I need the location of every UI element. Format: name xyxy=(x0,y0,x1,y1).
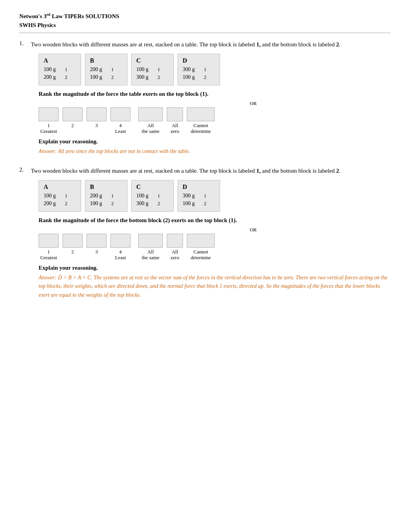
header-title-line1: Netwon's 3rd Law TIPERs SOLUTIONS SWHS P… xyxy=(19,12,391,29)
q1-rank-box-all-same[interactable] xyxy=(138,107,163,121)
q2-block-D: D 300 g1 100 g2 xyxy=(178,180,220,212)
q2-rank-box-cannot[interactable] xyxy=(187,234,215,248)
q2-explain-label: Explain your reasoning. xyxy=(39,265,391,271)
q1-explain-label: Explain your reasoning. xyxy=(39,138,391,145)
q1-rank-box-cannot[interactable] xyxy=(187,107,215,121)
question-2-text: Two wooden blocks with different masses … xyxy=(31,167,391,175)
q2-label-cannot: Cannotdetermine xyxy=(187,249,215,261)
q1-rank-question: Rank the magnitude of the force the tabl… xyxy=(39,91,391,97)
q2-rank-box-1[interactable] xyxy=(39,234,59,248)
q2-label-3: 3 xyxy=(86,249,107,255)
page-header: Netwon's 3rd Law TIPERs SOLUTIONS SWHS P… xyxy=(19,12,391,33)
q2-rank-labels-row: 1Greatest 2 3 4Least Allthe same Allzero… xyxy=(39,249,391,261)
q1-block-A: A 100 g1 200 g2 xyxy=(39,54,81,85)
q2-blocks: A 100 g1 200 g2 B 200 g1 100 g2 C 100 g1… xyxy=(39,180,391,212)
q1-label-all-same: Allthe same xyxy=(138,122,163,134)
q1-blocks: A 100 g1 200 g2 B 200 g1 100 g2 C 100 g1… xyxy=(39,54,391,85)
q2-label-2: 2 xyxy=(63,249,83,255)
q2-rank-box-all-same[interactable] xyxy=(138,234,163,248)
q2-or-label: OR xyxy=(116,227,391,233)
q2-block-C: C 100 g1 300 g2 xyxy=(131,180,174,212)
q1-rank-box-4[interactable] xyxy=(110,107,130,121)
q1-rank-boxes-row xyxy=(39,107,391,121)
q1-label-all-zero: Allzero xyxy=(167,122,183,134)
q1-ranking-area: OR 1Greatest 2 3 4Least Allthe same xyxy=(39,100,391,134)
q1-rank-box-2[interactable] xyxy=(63,107,83,121)
question-2-row: 2. Two wooden blocks with different mass… xyxy=(19,167,391,175)
q2-label-1: 1Greatest xyxy=(39,249,59,261)
q2-rank-box-2[interactable] xyxy=(63,234,83,248)
q1-rank-box-1[interactable] xyxy=(39,107,59,121)
q2-label-4: 4Least xyxy=(110,249,130,261)
q1-block-D: D 300 g1 100 g2 xyxy=(178,54,220,85)
q2-answer: Answer: D > B > A = C. The systems are a… xyxy=(39,274,391,299)
q1-label-2: 2 xyxy=(63,122,83,129)
q2-rank-boxes-row xyxy=(39,234,391,248)
q1-block-C: C 100 g1 300 g2 xyxy=(131,54,174,85)
q1-answer: Answer: All zero since the top blocks ar… xyxy=(39,147,391,156)
q1-rank-box-3[interactable] xyxy=(86,107,107,121)
q2-rank-question: Rank the magnitude of the force the bott… xyxy=(39,217,391,224)
question-1-row: 1. Two wooden blocks with different mass… xyxy=(19,40,391,49)
q2-rank-box-3[interactable] xyxy=(86,234,107,248)
q2-rank-box-all-zero[interactable] xyxy=(167,234,183,248)
question-1: 1. Two wooden blocks with different mass… xyxy=(19,40,391,156)
q2-block-A: A 100 g1 200 g2 xyxy=(39,180,81,212)
q1-label-cannot: Cannotdetermine xyxy=(187,122,215,134)
q2-block-B: B 200 g1 100 g2 xyxy=(85,180,127,212)
q1-rank-box-all-zero[interactable] xyxy=(167,107,183,121)
q1-rank-labels-row: 1Greatest 2 3 4Least Allthe same Allzero… xyxy=(39,122,391,134)
question-2-number: 2. xyxy=(19,167,31,173)
q1-or-label: OR xyxy=(116,100,391,107)
q2-label-all-zero: Allzero xyxy=(167,249,183,261)
q2-label-all-same: Allthe same xyxy=(138,249,163,261)
question-2: 2. Two wooden blocks with different mass… xyxy=(19,167,391,299)
question-1-text: Two wooden blocks with different masses … xyxy=(31,40,391,49)
q1-label-3: 3 xyxy=(86,122,107,129)
q2-ranking-area: OR 1Greatest 2 3 4Least Allthe same xyxy=(39,227,391,261)
q1-label-1: 1Greatest xyxy=(39,122,59,134)
q2-rank-box-4[interactable] xyxy=(110,234,130,248)
q1-block-B: B 200 g1 100 g2 xyxy=(85,54,127,85)
question-1-number: 1. xyxy=(19,40,31,47)
q1-label-4: 4Least xyxy=(110,122,130,134)
